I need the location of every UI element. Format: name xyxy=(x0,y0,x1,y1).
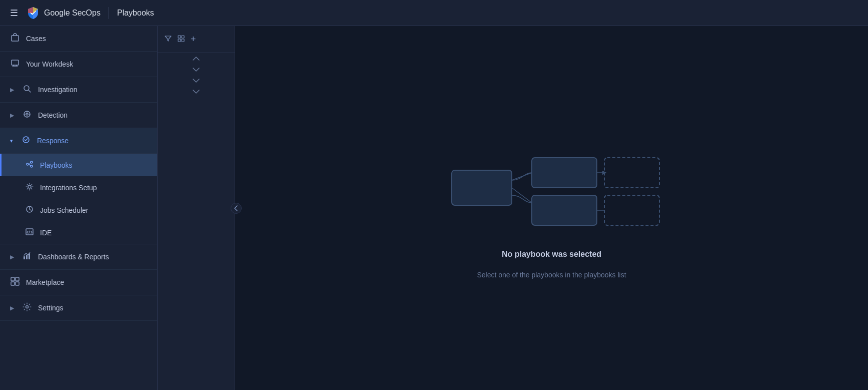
panel-collapse-button[interactable] xyxy=(231,203,242,214)
svg-rect-22 xyxy=(178,39,181,42)
svg-rect-16 xyxy=(16,277,19,281)
svg-rect-12 xyxy=(24,256,25,259)
no-playbook-title: No playbook was selected xyxy=(502,250,601,259)
sidebar-workdesk-label: Your Workdesk xyxy=(26,60,147,68)
svg-point-9 xyxy=(28,185,31,188)
sidebar-item-investigation[interactable]: ▶ Investigation xyxy=(0,77,157,103)
svg-rect-27 xyxy=(532,195,597,225)
grid-view-icon[interactable] xyxy=(177,34,186,45)
svg-rect-18 xyxy=(16,282,19,285)
ide-icon xyxy=(25,228,34,237)
google-secops-label: Google SecOps xyxy=(44,9,101,18)
response-icon xyxy=(21,135,31,146)
svg-rect-26 xyxy=(604,158,659,188)
sidebar-item-detection[interactable]: ▶ Detection xyxy=(0,103,157,128)
svg-rect-15 xyxy=(11,277,15,281)
sidebar-integrations-label: Integrations Setup xyxy=(40,184,97,192)
sidebar-item-response[interactable]: ▾ Response xyxy=(0,128,157,154)
workdesk-icon xyxy=(10,59,20,70)
sidebar-playbooks-label: Playbooks xyxy=(40,161,73,169)
dashboards-chevron-icon: ▶ xyxy=(10,254,14,260)
playbook-diagram-illustration xyxy=(422,138,682,238)
svg-rect-17 xyxy=(11,282,15,285)
sidebar-cases-label: Cases xyxy=(26,35,147,43)
svg-rect-23 xyxy=(182,39,184,42)
sidebar-investigation-label: Investigation xyxy=(38,86,147,94)
investigation-chevron-icon: ▶ xyxy=(10,87,14,93)
no-playbook-subtitle: Select one of the playbooks in the playb… xyxy=(477,271,626,279)
panel-chevron-down-3[interactable] xyxy=(158,86,235,97)
marketplace-icon xyxy=(10,277,20,288)
sidebar-jobs-label: Jobs Scheduler xyxy=(40,206,89,214)
sidebar-dashboards-label: Dashboards & Reports xyxy=(38,253,147,261)
sidebar-subitem-jobs[interactable]: Jobs Scheduler xyxy=(0,199,157,221)
detection-chevron-icon: ▶ xyxy=(10,112,14,119)
no-playbook-state: No playbook was selected Select one of t… xyxy=(422,138,682,279)
svg-rect-28 xyxy=(604,195,659,225)
filter-icon[interactable] xyxy=(164,34,173,45)
playbook-panel: + xyxy=(158,26,235,390)
sidebar-detection-label: Detection xyxy=(38,111,147,119)
logo: Google SecOps xyxy=(26,6,101,20)
sidebar-subitem-ide[interactable]: IDE xyxy=(0,221,157,244)
topbar-divider xyxy=(109,7,109,19)
sidebar-subitem-playbooks[interactable]: Playbooks xyxy=(0,154,157,176)
svg-point-19 xyxy=(26,306,29,308)
main-layout: Cases Your Workdesk ▶ Investigation xyxy=(0,26,868,390)
detection-icon xyxy=(22,110,32,121)
panel-chevron-down-2[interactable] xyxy=(158,75,235,86)
svg-point-6 xyxy=(27,163,29,165)
response-chevron-icon: ▾ xyxy=(10,138,13,144)
integrations-icon xyxy=(25,183,34,192)
shield-logo-icon xyxy=(26,6,40,20)
sidebar: Cases Your Workdesk ▶ Investigation xyxy=(0,26,158,390)
page-title: Playbooks xyxy=(117,9,154,18)
cases-icon xyxy=(10,33,20,44)
settings-chevron-icon: ▶ xyxy=(10,305,14,311)
sidebar-item-dashboards[interactable]: ▶ Dashboards & Reports xyxy=(0,244,157,270)
playbooks-icon xyxy=(25,160,34,170)
svg-rect-0 xyxy=(12,36,19,41)
main-content: No playbook was selected Select one of t… xyxy=(235,26,868,390)
add-playbook-icon[interactable]: + xyxy=(190,33,197,46)
sidebar-settings-label: Settings xyxy=(38,304,147,312)
svg-rect-1 xyxy=(12,60,19,65)
svg-rect-21 xyxy=(182,36,184,38)
sidebar-item-workdesk[interactable]: Your Workdesk xyxy=(0,52,157,77)
panel-chevron-up[interactable] xyxy=(158,53,235,64)
svg-rect-20 xyxy=(178,36,181,38)
topbar: ☰ Google SecOps Playbooks xyxy=(0,0,868,26)
panel-toolbar: + xyxy=(158,26,235,53)
sidebar-item-cases[interactable]: Cases xyxy=(0,26,157,52)
jobs-icon xyxy=(25,205,34,215)
menu-icon[interactable]: ☰ xyxy=(8,6,20,21)
svg-point-7 xyxy=(31,161,33,163)
dashboards-icon xyxy=(22,251,32,262)
sidebar-response-label: Response xyxy=(37,137,147,145)
sidebar-item-settings[interactable]: ▶ Settings xyxy=(0,295,157,321)
investigation-icon xyxy=(22,84,32,95)
sidebar-subitem-integrations[interactable]: Integrations Setup xyxy=(0,176,157,199)
sidebar-item-marketplace[interactable]: Marketplace xyxy=(0,270,157,295)
svg-rect-25 xyxy=(532,158,597,188)
svg-rect-13 xyxy=(26,255,28,259)
sidebar-ide-label: IDE xyxy=(40,229,52,237)
svg-point-8 xyxy=(31,165,33,167)
sidebar-marketplace-label: Marketplace xyxy=(26,278,147,286)
settings-icon xyxy=(22,302,32,313)
svg-point-4 xyxy=(26,113,28,115)
svg-rect-24 xyxy=(452,170,512,205)
panel-chevron-down-1[interactable] xyxy=(158,64,235,75)
